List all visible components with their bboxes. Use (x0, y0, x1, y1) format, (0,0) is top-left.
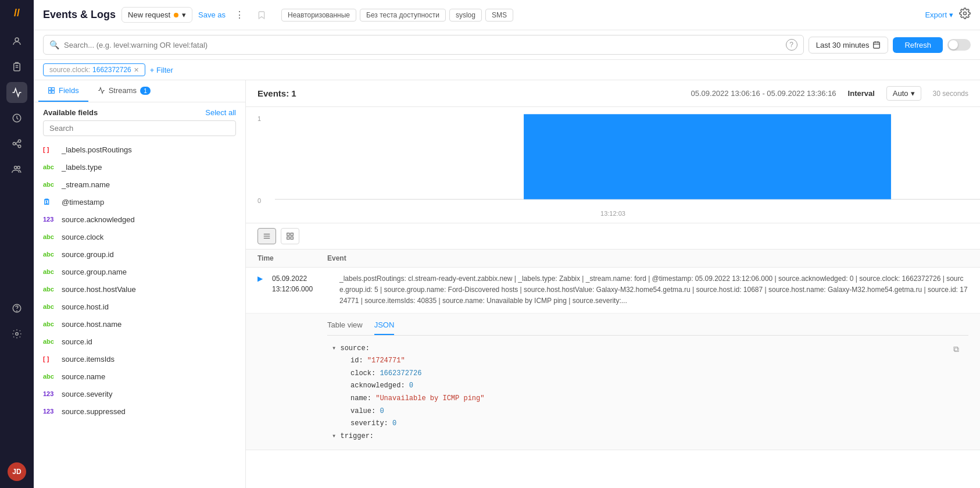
dropdown-chevron: ▾ (182, 10, 186, 19)
field-item-clock[interactable]: abc source.clock + (38, 228, 241, 245)
nav-icon-help[interactable] (6, 298, 27, 319)
save-as-button[interactable]: Save as (198, 10, 226, 19)
json-name-line: name: "Unavailable by ICMP ping" (327, 393, 968, 405)
refresh-button[interactable]: Refresh (893, 37, 943, 53)
tag-no-availability[interactable]: Без теста доступности (360, 9, 446, 22)
search-help-icon[interactable]: ? (786, 39, 797, 51)
header-tags: Неавторизованные Без теста доступности s… (281, 9, 513, 22)
field-item-host-name[interactable]: abc source.host.name + (38, 315, 241, 333)
json-expand-source[interactable]: ▾ (332, 344, 336, 352)
nav-icon-streams[interactable] (6, 133, 27, 154)
tab-fields[interactable]: Fields (38, 80, 88, 102)
field-name-8: source.host.hostValue (62, 285, 226, 294)
filter-close[interactable]: ✕ (134, 66, 139, 74)
field-item-source-id[interactable]: abc source.id + (38, 333, 241, 350)
exp-tabs: Table view JSON (327, 320, 968, 336)
json-trigger-line: ▾ trigger: (327, 430, 968, 443)
json-id-val: "1724771" (367, 357, 405, 365)
header: Events & Logs New request ▾ Save as ⋮ Не… (34, 0, 980, 30)
json-source-key: source: (340, 344, 369, 352)
json-value-key: value: (350, 407, 375, 415)
field-item-host-hostvalue[interactable]: abc source.host.hostValue + (38, 280, 241, 298)
pause-toggle[interactable] (947, 39, 971, 51)
nav-icon-group[interactable] (6, 159, 27, 180)
calendar-icon (872, 41, 881, 49)
json-clock-key: clock: (350, 369, 375, 377)
more-options-button[interactable]: ⋮ (231, 7, 248, 23)
json-value-val: 0 (380, 407, 384, 415)
user-avatar[interactable]: JD (8, 462, 26, 481)
interval-select[interactable]: Auto ▾ (886, 86, 921, 101)
svg-point-10 (15, 166, 17, 169)
field-item-acknowledged[interactable]: 123 source.acknowledged + (38, 211, 241, 228)
field-item-suppressed[interactable]: 123 source.suppressed + (38, 402, 241, 420)
event-row: ▶ 05.09.2022 13:12:06.000 _labels.postRo… (246, 268, 980, 314)
tab-table-view[interactable]: Table view (327, 320, 363, 335)
chart-y-top: 1 (257, 115, 261, 122)
event-text: _labels.postRoutings: cl.stream-ready-ev… (339, 273, 968, 307)
seconds-label: 30 seconds (933, 90, 968, 98)
grid-view-button[interactable] (281, 228, 299, 244)
nav-icon-events[interactable] (6, 82, 27, 103)
svg-rect-16 (874, 42, 880, 48)
filter-bar: source.clock: 1662372726 ✕ + Filter (34, 60, 980, 80)
svg-rect-30 (287, 237, 289, 239)
select-all-button[interactable]: Select all (205, 108, 236, 117)
global-settings-icon[interactable] (959, 8, 971, 22)
copy-icon[interactable]: ⧉ (953, 343, 959, 357)
search-input[interactable] (64, 41, 781, 49)
field-name-14: source.severity (62, 390, 226, 398)
search-bar: 🔍 ? Last 30 minutes Refresh (34, 30, 980, 60)
field-name-0: _labels.postRoutings (62, 145, 226, 154)
tag-syslog[interactable]: syslog (449, 9, 482, 22)
field-name-13: source.name (62, 372, 226, 381)
nav-icon-users[interactable] (6, 31, 27, 52)
field-search-input[interactable] (43, 120, 236, 136)
more-icon: ⋮ (235, 9, 244, 20)
tab-json[interactable]: JSON (374, 320, 395, 335)
field-name-1: _labels.type (62, 163, 226, 172)
event-content: _labels.postRoutings: cl.stream-ready-ev… (339, 273, 968, 307)
tab-streams[interactable]: Streams 1 (88, 80, 160, 102)
field-search (34, 120, 245, 141)
tag-unauthorized[interactable]: Неавторизованные (281, 9, 356, 22)
field-item-stream-name[interactable]: abc _stream.name + (38, 176, 241, 193)
add-filter-button[interactable]: + Filter (150, 66, 173, 74)
nav-icon-clock[interactable] (6, 108, 27, 129)
events-date-range: 05.09.2022 13:06:16 - 05.09.2022 13:36:1… (691, 89, 836, 98)
field-item-severity[interactable]: 123 source.severity + (38, 385, 241, 402)
json-value-line: value: 0 (327, 405, 968, 418)
tag-sms[interactable]: SMS (485, 9, 513, 22)
field-item-labels-postRoutings[interactable]: [ ] _labels.postRoutings + (38, 141, 241, 158)
field-name-3: @timestamp (62, 198, 226, 206)
field-name-5: source.clock (62, 233, 226, 241)
field-item-source-name[interactable]: abc source.name + (38, 368, 241, 385)
chart-svg (275, 113, 980, 206)
json-acknowledged-line: acknowledged: 0 (327, 380, 968, 393)
field-item-group-id[interactable]: abc source.group.id + (38, 245, 241, 263)
field-item-labels-type[interactable]: abc _labels.type + (38, 158, 241, 176)
field-name-12: source.itemsIds (62, 355, 226, 364)
date-picker[interactable]: Last 30 minutes (809, 37, 889, 54)
bookmark-button[interactable] (253, 7, 270, 23)
svg-point-14 (16, 333, 19, 336)
interval-chevron: ▾ (911, 89, 915, 98)
request-dropdown[interactable]: New request ▾ (121, 7, 192, 23)
nav-icon-settings[interactable] (6, 323, 27, 344)
request-label: New request (128, 10, 170, 19)
json-viewer: ⧉ ▾ source: id: "1724771" c (327, 343, 968, 443)
export-button[interactable]: Export ▾ (925, 10, 953, 19)
field-item-timestamp[interactable]: 🗓 @timestamp + (38, 193, 241, 211)
filter-value: 1662372726 (92, 66, 131, 74)
json-clock-line: clock: 1662372726 (327, 368, 968, 380)
nav-icon-clipboard[interactable] (6, 56, 27, 77)
toggle-switch[interactable] (947, 39, 971, 51)
expand-icon[interactable]: ▶ (257, 275, 263, 307)
field-item-items-ids[interactable]: [ ] source.itemsIds + (38, 350, 241, 368)
json-expand-trigger[interactable]: ▾ (332, 432, 336, 440)
field-item-host-id[interactable]: abc source.host.id + (38, 298, 241, 315)
field-name-4: source.acknowledged (62, 215, 226, 224)
page-title: Events & Logs (43, 9, 116, 21)
field-item-group-name[interactable]: abc source.group.name + (38, 263, 241, 280)
list-view-button[interactable] (257, 228, 276, 244)
